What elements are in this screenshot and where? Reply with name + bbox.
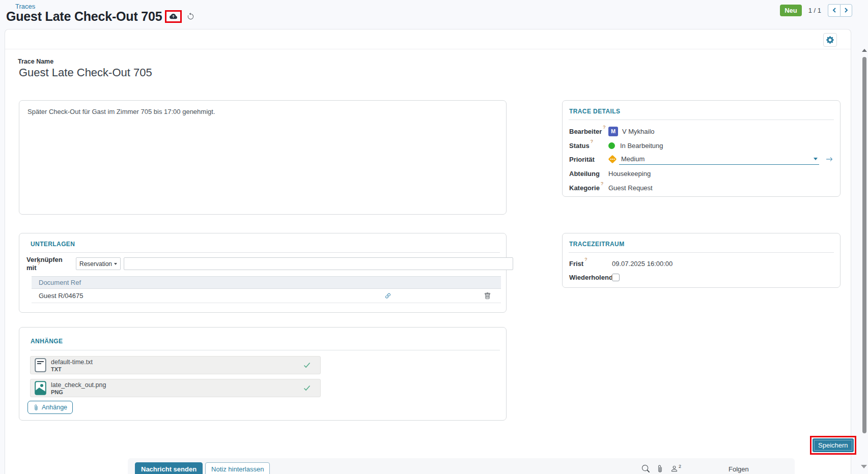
log-note-button[interactable]: Notiz hinterlassen (205, 462, 270, 474)
followers-count: 2 (679, 464, 681, 469)
scroll-down-arrow-icon[interactable] (861, 465, 867, 468)
divider (31, 350, 500, 350)
frist-row: Frist? 09.07.2025 16:00:00 (569, 258, 833, 269)
tracezeitraum-panel: TRACEZEITRAUM Frist? 09.07.2025 16:00:00… (562, 233, 841, 288)
prioritaet-value: Medium (621, 155, 814, 163)
unterlagen-panel: UNTERLAGEN Verknüpfen mit? Reservation D… (19, 233, 507, 313)
wiederholend-checkbox[interactable] (612, 274, 620, 281)
help-icon: ? (38, 261, 40, 266)
settings-gear-button[interactable] (823, 33, 837, 47)
divider (31, 252, 500, 253)
kategorie-row: Kategorie? Guest Request (569, 182, 833, 193)
pager-next-button[interactable] (840, 4, 852, 17)
attachment-meta: default-time.txt TXT (51, 359, 303, 372)
status-label: Status? (569, 141, 608, 150)
verknuepfen-row: Verknüpfen mit? Reservation (26, 256, 513, 272)
chatter-bar: Nachricht senden Notiz hinterlassen 2 Fo… (128, 458, 795, 474)
model-select-dropdown[interactable]: Reservation (76, 257, 121, 270)
text-file-icon (35, 358, 46, 372)
attachment-name: default-time.txt (51, 359, 303, 366)
scroll-up-arrow-icon[interactable] (862, 49, 867, 52)
divider (569, 120, 834, 120)
caret-down-icon[interactable] (814, 158, 818, 160)
image-file-icon (35, 381, 46, 395)
abteilung-row: Abteilung Housekeeping (569, 168, 833, 179)
help-icon: ? (603, 125, 605, 130)
verknuepfen-label: Verknüpfen mit? (26, 256, 76, 272)
frist-label: Frist? (569, 259, 612, 268)
delete-trash-icon[interactable] (484, 292, 491, 300)
save-button[interactable]: Speichern (813, 438, 854, 452)
prioritaet-label: Priorität (569, 156, 608, 163)
chevron-left-icon (832, 8, 837, 13)
kategorie-label: Kategorie? (569, 184, 608, 192)
pager-prev-button[interactable] (828, 4, 840, 17)
followers-person-icon (670, 465, 678, 472)
app-screen: Traces Guest Late Check-Out 705 Neu 1 / … (0, 0, 868, 474)
attachment-meta: late_check_out.png PNG (51, 381, 303, 395)
attachment-card-png[interactable]: late_check_out.png PNG (30, 379, 321, 397)
cloud-upload-icon[interactable] (169, 13, 178, 20)
gear-icon (826, 36, 834, 44)
search-icon[interactable] (642, 465, 650, 472)
document-table-row[interactable]: Guest R/04675 (32, 289, 501, 303)
trace-details-panel: TRACE DETAILS Bearbeiter? MV Mykhailo St… (562, 100, 841, 197)
attachment-card-txt[interactable]: default-time.txt TXT (30, 356, 321, 374)
followers-button[interactable]: 2 (670, 465, 681, 472)
attachment-type: TXT (51, 366, 303, 372)
help-icon: ? (591, 139, 593, 144)
description-textarea[interactable]: Später Check-Out für Gast im Zimmer 705 … (19, 100, 507, 215)
form-card: Trace Name Guest Late Check-Out 705 Spät… (5, 29, 851, 474)
paperclip-icon[interactable] (656, 465, 664, 472)
help-icon: ? (601, 181, 603, 186)
uploaded-check-icon (303, 384, 311, 392)
chevron-right-icon (844, 8, 849, 13)
bearbeiter-label: Bearbeiter? (569, 127, 608, 135)
document-search-input[interactable] (124, 257, 513, 270)
status-value[interactable]: In Bearbeitung (608, 142, 663, 150)
help-icon: ? (584, 257, 587, 262)
status-dot-icon (608, 142, 615, 149)
attachment-name: late_check_out.png (51, 381, 303, 389)
scrollbar-thumb[interactable] (862, 57, 866, 433)
abteilung-label: Abteilung (569, 170, 608, 177)
form-toolbar (5, 29, 851, 49)
trace-details-title: TRACE DETAILS (569, 108, 620, 115)
prioritaet-select[interactable]: Medium (619, 154, 819, 165)
pager-counter: 1 / 1 (808, 7, 821, 14)
bearbeiter-row: Bearbeiter? MV Mykhailo (569, 126, 833, 137)
kategorie-value[interactable]: Guest Request (608, 184, 653, 192)
tracezeitraum-title: TRACEZEITRAUM (569, 241, 625, 248)
frist-value[interactable]: 09.07.2025 16:00:00 (612, 260, 673, 268)
trace-name-input[interactable]: Guest Late Check-Out 705 (19, 66, 222, 79)
document-ref-value: Guest R/04675 (39, 292, 83, 300)
caret-down-icon (114, 263, 117, 265)
internal-link-arrow-icon[interactable] (826, 156, 833, 163)
vertical-scrollbar[interactable] (860, 46, 868, 474)
follow-button[interactable]: Folgen (729, 465, 749, 473)
new-button[interactable]: Neu (780, 5, 802, 16)
annotation-box-save-cloud (165, 10, 182, 23)
wiederholend-row: Wiederholend (569, 272, 833, 282)
page-title: Guest Late Check-Out 705 (6, 9, 162, 24)
document-table: Document Ref Guest R/04675 (32, 276, 501, 303)
uploaded-check-icon (303, 361, 311, 369)
send-message-button[interactable]: Nachricht senden (135, 462, 203, 474)
priority-diamond-icon: ••• (608, 155, 617, 164)
abteilung-value[interactable]: Housekeeping (608, 170, 651, 177)
bearbeiter-value[interactable]: MV Mykhailo (608, 127, 655, 136)
annotation-box-save-button: Speichern (810, 436, 856, 455)
unterlagen-title: UNTERLAGEN (31, 241, 75, 248)
anhaenge-panel: ANHÄNGE default-time.txt TXT late_check_… (19, 327, 507, 421)
paperclip-icon (33, 404, 39, 410)
document-table-header[interactable]: Document Ref (32, 276, 501, 289)
attachment-type: PNG (51, 389, 303, 395)
avatar: M (608, 127, 618, 136)
description-text: Später Check-Out für Gast im Zimmer 705 … (19, 101, 506, 124)
add-attachment-button[interactable]: Anhänge (27, 401, 73, 414)
wiederholend-label: Wiederholend (569, 274, 612, 281)
discard-undo-icon[interactable] (187, 13, 194, 20)
prioritaet-row: Priorität ••• Medium (569, 154, 833, 165)
status-row: Status? In Bearbeitung (569, 140, 833, 151)
open-link-icon[interactable] (384, 292, 391, 300)
